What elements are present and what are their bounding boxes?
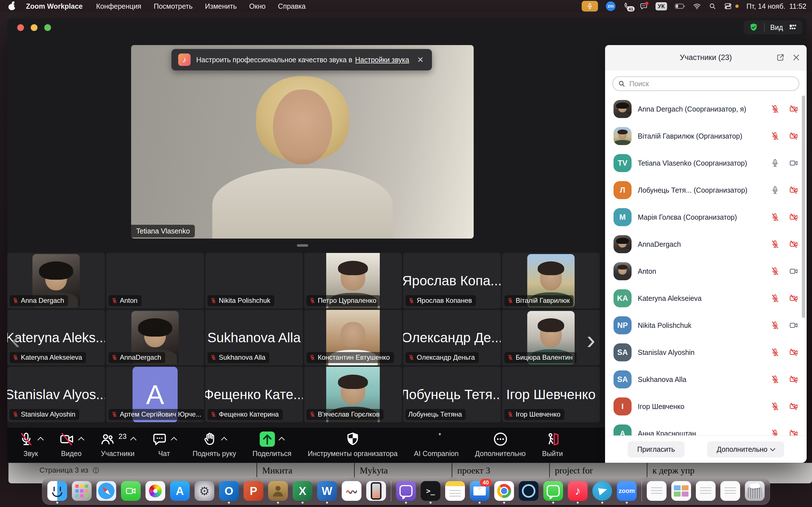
dock-icon-outlook[interactable]: O: [219, 481, 239, 501]
participant-row[interactable]: Віталій Гаврилюк (Организатор): [605, 122, 807, 150]
view-menu-label[interactable]: Вид: [770, 23, 783, 32]
keyboard-layout-indicator[interactable]: УК: [656, 2, 667, 10]
menubar-phone-icon[interactable]: 41: [623, 2, 632, 10]
menubar-app-name[interactable]: Zoom Workplace: [26, 2, 83, 10]
dock-icon-system-settings[interactable]: ⚙: [195, 481, 214, 501]
toolbar-share-button[interactable]: Поделиться: [252, 432, 291, 458]
filmstrip-resize-handle[interactable]: [297, 244, 308, 247]
battery-icon[interactable]: [675, 3, 685, 9]
participant-row[interactable]: SASukhanova Alla: [605, 366, 807, 393]
menubar-menu-окно[interactable]: Окно: [249, 2, 266, 10]
dock-icon-safari[interactable]: [96, 481, 116, 501]
participant-row[interactable]: ІІгор Шевченко: [605, 393, 807, 420]
dock-icon-telegram[interactable]: [592, 481, 612, 501]
video-tile[interactable]: Константин Евтушенко: [304, 310, 402, 365]
dock-icon-launchpad[interactable]: [72, 481, 92, 501]
menubar-zoom-icon[interactable]: zm: [606, 1, 615, 11]
dock-icon-word[interactable]: W: [317, 481, 337, 501]
minimize-window-button[interactable]: [31, 24, 38, 31]
dock-icon-photos[interactable]: [146, 481, 165, 501]
zoom-window-button[interactable]: [44, 24, 51, 31]
dock-icon-zoom[interactable]: zoom: [617, 481, 637, 501]
toolbar-host-tools-button[interactable]: Инструменты организатора: [308, 432, 398, 458]
panel-scrollbar-thumb[interactable]: [802, 96, 805, 318]
chevron-up-icon[interactable]: [38, 437, 44, 443]
video-tile[interactable]: Stanislav Alyos...Stanislav Alyoshin: [7, 367, 105, 422]
chevron-up-icon[interactable]: [78, 437, 85, 443]
dock-icon-trash[interactable]: [745, 481, 765, 501]
video-tile[interactable]: Ігор ШевченкоІгор Шевченко: [502, 367, 600, 422]
participant-row[interactable]: ММарія Голєва (Соорганизатор): [605, 204, 807, 231]
dock-icon-document-3[interactable]: [720, 481, 740, 501]
menubar-menu-изменить[interactable]: Изменить: [205, 2, 237, 10]
menubar-clock[interactable]: Пт, 14 нояб. 11:52: [747, 2, 806, 10]
toolbar-participants-button[interactable]: 23 Участники: [100, 432, 136, 458]
toolbar-cam-muted-button[interactable]: Видео: [59, 432, 84, 458]
menubar-menu-конференция[interactable]: Конференция: [96, 2, 141, 10]
dock-icon-download-stack[interactable]: [671, 481, 691, 501]
participants-more-button[interactable]: Дополнительно: [707, 441, 784, 457]
dock-icon-finder[interactable]: [47, 481, 67, 501]
menubar-menu-посмотреть[interactable]: Посмотреть: [154, 2, 193, 10]
video-tile[interactable]: Петро Цурпаленко: [304, 253, 402, 308]
video-tile[interactable]: В'ячеслав Горєлков: [304, 367, 402, 422]
video-tile[interactable]: Фещенко Кате...Фещенко Катерина: [205, 367, 303, 422]
wifi-icon[interactable]: [693, 2, 701, 10]
participant-row[interactable]: AnnaDergach: [605, 231, 807, 258]
security-shield-icon[interactable]: [749, 22, 758, 32]
dock-icon-messages[interactable]: [543, 481, 563, 501]
dock-icon-chrome[interactable]: [494, 481, 514, 501]
spotlight-search-icon[interactable]: [709, 3, 716, 10]
participant-row[interactable]: ЛЛобунець Тетя... (Соорганизатор): [605, 177, 807, 204]
dock-icon-facetime[interactable]: [121, 481, 141, 501]
menubar-menu-справка[interactable]: Справка: [278, 2, 306, 10]
participant-row[interactable]: Anna Dergach (Соорганизатор, я): [605, 96, 807, 122]
control-center-icon[interactable]: [724, 2, 732, 10]
dock-icon-powerpoint[interactable]: P: [244, 481, 263, 501]
participant-row[interactable]: SAStanislav Alyoshin: [605, 339, 807, 366]
video-tile[interactable]: Олександр Де...Олександр Деньга: [403, 310, 501, 365]
video-tile[interactable]: Ярослав Копа...Ярослав Копанев: [403, 253, 501, 308]
dock-icon-excel[interactable]: X: [293, 481, 312, 501]
toolbar-mic-muted-button[interactable]: Звук: [18, 432, 43, 458]
video-tile[interactable]: Nikita Polishchuk: [205, 253, 303, 308]
gallery-next-page-chevron[interactable]: ›: [582, 325, 599, 356]
dock-icon-viber[interactable]: [396, 481, 416, 501]
apple-menu-icon[interactable]: [8, 2, 16, 10]
video-tile[interactable]: Anton: [106, 253, 204, 308]
chevron-up-icon[interactable]: [130, 437, 137, 443]
invite-button[interactable]: Пригласить: [627, 441, 684, 457]
video-tile[interactable]: Лобунець Тетя...Лобунець Тетяна: [403, 367, 501, 422]
close-panel-icon[interactable]: [792, 53, 801, 62]
dock-icon-iphone-mirroring[interactable]: [366, 481, 386, 501]
participant-row[interactable]: Anton: [605, 258, 807, 285]
gallery-prev-page-chevron[interactable]: ‹: [7, 325, 24, 356]
active-speaker-video[interactable]: Tetiana Vlasenko: [131, 45, 474, 238]
dock-icon-contacts[interactable]: [268, 481, 288, 501]
chevron-up-icon[interactable]: [278, 437, 285, 443]
video-tile[interactable]: Віталій Гаврилюк: [502, 253, 600, 308]
video-tile[interactable]: Anna Dergach: [7, 253, 105, 308]
close-window-button[interactable]: [17, 24, 24, 31]
video-tile[interactable]: AnnaDergach: [106, 310, 204, 365]
dock-icon-document-2[interactable]: [696, 481, 716, 501]
dock-icon-mail[interactable]: 40: [470, 481, 490, 501]
chevron-up-icon[interactable]: [221, 437, 227, 443]
video-tile[interactable]: Sukhanova AllaSukhanova Alla: [205, 310, 303, 365]
toolbar-more-button[interactable]: Дополнительно: [475, 432, 526, 458]
menubar-mic-indicator[interactable]: [581, 1, 598, 11]
participant-search-input[interactable]: [629, 79, 794, 88]
chevron-up-icon[interactable]: [171, 437, 177, 443]
participant-row[interactable]: KAKateryna Alekseieva: [605, 285, 807, 312]
popout-panel-icon[interactable]: [776, 53, 784, 62]
banner-close-icon[interactable]: ✕: [415, 54, 426, 66]
dock-icon-music[interactable]: ♪: [568, 481, 588, 501]
toolbar-raise-hand-button[interactable]: Поднять руку: [193, 432, 236, 458]
menubar-viber-icon[interactable]: [640, 2, 648, 10]
toolbar-leave-button[interactable]: Выйти: [542, 432, 563, 458]
dock-icon-wave-app[interactable]: [342, 481, 361, 501]
toolbar-ai-companion-button[interactable]: AI Companion: [414, 432, 458, 458]
dock-icon-document-1[interactable]: [647, 481, 666, 501]
dock-icon-notes[interactable]: [445, 481, 465, 501]
audio-settings-link[interactable]: Настройки звука: [355, 56, 409, 64]
